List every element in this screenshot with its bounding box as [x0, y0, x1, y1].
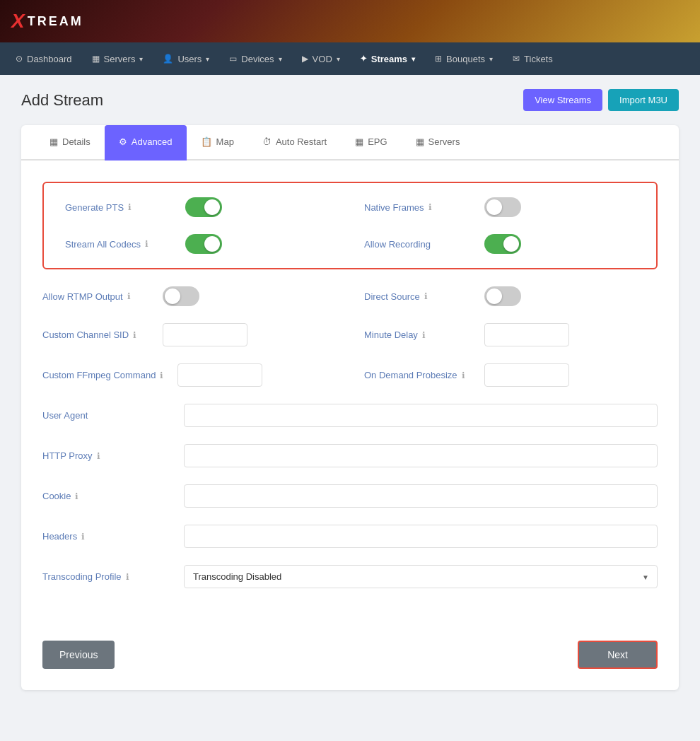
- direct-source-info-icon[interactable]: ℹ: [424, 291, 428, 301]
- http-proxy-info-icon[interactable]: ℹ: [97, 451, 100, 461]
- custom-ffmpeg-text: Custom FFmpeg Command: [42, 370, 156, 380]
- custom-ffmpeg-info-icon[interactable]: ℹ: [160, 370, 163, 380]
- row-ffmpeg-probesize: Custom FFmpeg Command ℹ On Demand Probes…: [42, 363, 658, 387]
- transcoding-profile-info-icon[interactable]: ℹ: [126, 572, 129, 582]
- on-demand-probesize-info-icon[interactable]: ℹ: [462, 370, 465, 380]
- generate-pts-toggle[interactable]: [185, 197, 222, 217]
- logo-tream: TREAM: [28, 14, 83, 29]
- nav-label-users: Users: [177, 54, 202, 64]
- custom-ffmpeg-input[interactable]: [177, 363, 262, 387]
- allow-rtmp-label: Allow RTMP Output ℹ: [42, 291, 148, 302]
- row-generate-pts-native-frames: Generate PTS ℹ Native Frames: [65, 197, 635, 217]
- tab-epg[interactable]: ▦ EPG: [341, 125, 401, 161]
- nav-servers[interactable]: ▦ Servers ▾: [83, 48, 152, 70]
- custom-channel-sid-info-icon[interactable]: ℹ: [133, 330, 136, 340]
- two-col-1: Generate PTS ℹ Native Frames: [65, 197, 635, 217]
- nav-streams[interactable]: ✦ Streams ▾: [351, 48, 424, 70]
- transcoding-profile-select[interactable]: Transcoding Disabled Profile 1 Profile 2: [184, 565, 658, 588]
- nav-label-streams: Streams: [371, 54, 407, 64]
- minute-delay-info-icon[interactable]: ℹ: [422, 330, 426, 340]
- headers-info-icon[interactable]: ℹ: [81, 532, 85, 542]
- nav-label-dashboard: Dashboard: [27, 54, 72, 64]
- on-demand-probesize-text: On Demand Probesize: [364, 370, 457, 380]
- on-demand-probesize-label: On Demand Probesize ℹ: [364, 370, 470, 380]
- user-agent-control: Xtream-Codes IPTV Panel Pro: [184, 404, 658, 427]
- direct-source-control: [484, 286, 658, 306]
- servers-icon: ▦: [92, 54, 100, 64]
- allow-recording-toggle[interactable]: [484, 234, 521, 254]
- transcoding-profile-control: Transcoding Disabled Profile 1 Profile 2: [184, 565, 658, 588]
- stream-all-codecs-info-icon[interactable]: ℹ: [145, 239, 148, 249]
- user-agent-input[interactable]: Xtream-Codes IPTV Panel Pro: [184, 404, 658, 427]
- native-frames-info-icon[interactable]: ℹ: [428, 202, 432, 212]
- tab-advanced-label: Advanced: [132, 136, 173, 147]
- http-proxy-text: HTTP Proxy: [42, 450, 93, 461]
- stream-all-codecs-toggle[interactable]: [185, 234, 222, 254]
- users-icon: 👤: [163, 54, 173, 64]
- previous-button[interactable]: Previous: [42, 641, 115, 669]
- tab-map[interactable]: 📋 Map: [187, 125, 248, 161]
- nav-users[interactable]: 👤 Users ▾: [154, 48, 218, 70]
- minute-delay-input[interactable]: 0: [484, 323, 569, 346]
- col-custom-channel-sid: Custom Channel SID ℹ: [42, 323, 336, 346]
- dashboard-icon: ⊙: [16, 54, 23, 64]
- import-m3u-button[interactable]: Import M3U: [608, 89, 679, 111]
- highlighted-section: Generate PTS ℹ Native Frames: [42, 182, 658, 269]
- custom-channel-sid-input[interactable]: [163, 323, 247, 346]
- devices-chevron-icon: ▾: [279, 55, 282, 63]
- user-agent-text: User Agent: [42, 410, 88, 421]
- next-button[interactable]: Next: [578, 641, 658, 669]
- auto-restart-tab-icon: ⏱: [262, 136, 272, 147]
- two-col-2: Stream All Codecs ℹ Allow Rec: [65, 234, 635, 254]
- tab-auto-restart[interactable]: ⏱ Auto Restart: [248, 125, 341, 161]
- native-frames-toggle[interactable]: [484, 197, 521, 217]
- allow-rtmp-info-icon[interactable]: ℹ: [127, 291, 131, 301]
- tab-advanced[interactable]: ⚙ Advanced: [105, 125, 187, 161]
- col-stream-all-codecs: Stream All Codecs ℹ: [65, 234, 336, 254]
- tabs: ▦ Details ⚙ Advanced 📋 Map ⏱ Auto Restar…: [21, 125, 679, 161]
- allow-rtmp-toggle[interactable]: [163, 286, 199, 306]
- stream-all-codecs-text: Stream All Codecs: [65, 239, 141, 250]
- col-allow-recording: Allow Recording: [364, 234, 635, 254]
- generate-pts-thumb: [204, 199, 220, 215]
- cookie-input[interactable]: [184, 484, 658, 508]
- nav-tickets[interactable]: ✉ Tickets: [504, 48, 561, 70]
- tab-epg-label: EPG: [368, 136, 387, 147]
- nav-bouquets[interactable]: ⊞ Bouquets ▾: [426, 48, 501, 70]
- headers-input[interactable]: [184, 525, 658, 548]
- vod-icon: ▶: [302, 54, 308, 64]
- generate-pts-info-icon[interactable]: ℹ: [128, 202, 132, 212]
- advanced-tab-icon: ⚙: [119, 136, 127, 147]
- view-streams-button[interactable]: View Streams: [523, 89, 602, 111]
- tab-details[interactable]: ▦ Details: [35, 125, 105, 161]
- details-tab-icon: ▦: [49, 136, 58, 147]
- nav-label-devices: Devices: [241, 54, 274, 64]
- two-col-5: Custom FFmpeg Command ℹ On Demand Probes…: [42, 363, 658, 387]
- cookie-info-icon[interactable]: ℹ: [75, 491, 78, 501]
- map-tab-icon: 📋: [201, 136, 212, 147]
- col-generate-pts: Generate PTS ℹ: [65, 197, 336, 217]
- streams-chevron-icon: ▾: [412, 55, 415, 63]
- nav-label-servers: Servers: [104, 54, 136, 64]
- direct-source-toggle[interactable]: [484, 286, 521, 306]
- native-frames-text: Native Frames: [364, 202, 424, 213]
- transcoding-profile-text: Transcoding Profile: [42, 571, 122, 582]
- row-channel-sid-minute-delay: Custom Channel SID ℹ Minute Delay ℹ: [42, 323, 658, 346]
- http-proxy-input[interactable]: [184, 444, 658, 467]
- form-area: Generate PTS ℹ Native Frames: [21, 161, 679, 626]
- main-card: ▦ Details ⚙ Advanced 📋 Map ⏱ Auto Restar…: [21, 125, 679, 690]
- allow-recording-control: [484, 234, 635, 254]
- nav-vod[interactable]: ▶ VOD ▾: [293, 48, 349, 70]
- nav-devices[interactable]: ▭ Devices ▾: [221, 48, 290, 70]
- minute-delay-control: 0: [484, 323, 658, 346]
- nav-dashboard[interactable]: ⊙ Dashboard: [7, 48, 81, 70]
- row-transcoding-profile: Transcoding Profile ℹ Transcoding Disabl…: [42, 565, 658, 588]
- native-frames-label: Native Frames ℹ: [364, 202, 470, 213]
- on-demand-probesize-input[interactable]: 128000: [484, 363, 569, 387]
- native-frames-control: [484, 197, 635, 217]
- bouquets-chevron-icon: ▾: [489, 55, 493, 63]
- stream-all-codecs-thumb: [204, 236, 220, 252]
- tab-servers[interactable]: ▦ Servers: [402, 125, 474, 161]
- minute-delay-label: Minute Delay ℹ: [364, 329, 470, 340]
- tab-servers-label: Servers: [428, 136, 460, 147]
